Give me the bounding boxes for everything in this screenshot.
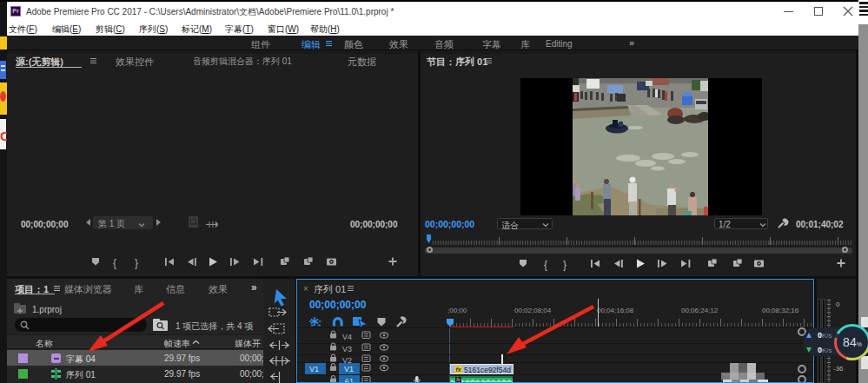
- svg-text:}: }: [135, 257, 138, 269]
- svg-text:}: }: [563, 259, 567, 271]
- svg-text:{: {: [113, 257, 116, 269]
- svg-text:V3: V3: [342, 345, 352, 353]
- svg-text:{: {: [544, 259, 547, 271]
- svg-text:V4: V4: [342, 333, 352, 341]
- svg-text:V1: V1: [309, 365, 319, 373]
- svg-text:V1: V1: [344, 365, 354, 373]
- svg-text:A1: A1: [344, 377, 354, 383]
